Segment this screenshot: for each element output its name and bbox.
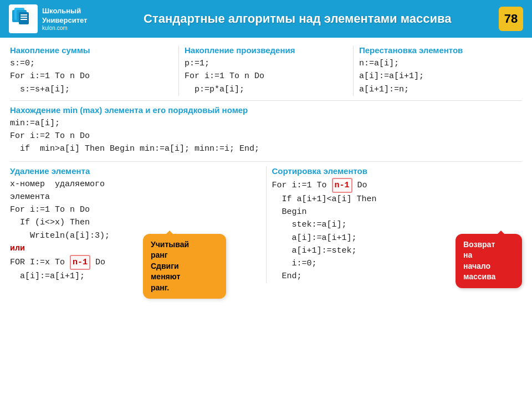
svg-rect-3 [19,12,29,24]
page-number: 78 [499,7,523,31]
sum-code: s:=0; For i:=1 To n Do s:=s+a[i]; [10,57,173,96]
logo-icon [9,4,38,33]
sort-line-2: If a[i+1]<a[i] Then [272,193,523,206]
section-sum: Накопление суммы s:=0; For i:=1 To n Do … [10,45,178,96]
swap-code: n:=a[i]; a[i]:=a[i+1]; a[i+1]:=n; [359,57,522,96]
sum-title: Накопление суммы [10,45,173,55]
sort-line-4: stek:=a[i]; [272,218,523,231]
minmax-title: Нахождение min (max) элемента и его поря… [10,105,522,115]
sum-line-1: s:=0; [10,57,173,70]
sum-line-2: For i:=1 To n Do [10,70,173,83]
delete-line-4: If (i<>x) Then [10,216,260,229]
prod-title: Накопление произведения [185,45,347,55]
n1-box-delete: n-1 [70,255,90,270]
minmax-code: min:=a[i]; For i:=2 To n Do if min>a[i] … [10,117,522,156]
logo-text: Школьный Университет [42,7,87,25]
section-delete: Удаление элемента x-номер удаляемого эле… [10,166,266,283]
minmax-line-2: For i:=2 To n Do [10,130,522,142]
delete-title: Удаление элемента [10,166,260,176]
prod-code: p:=1; For i:=1 To n Do p:=p*a[i]; [185,57,347,96]
sort-line-3: Begin [272,206,523,218]
delete-line-2: элемента [10,191,260,203]
minmax-line-1: min:=a[i]; [10,117,522,130]
sort-title: Сортировка элементов [272,166,523,176]
prod-line-3: p:=p*a[i]; [185,83,347,96]
bottom-sections: Удаление элемента x-номер удаляемого эле… [10,161,522,283]
swap-line-1: n:=a[i]; [359,57,522,70]
header: Школьный Университет kulon.com Стандартн… [0,0,532,38]
minmax-line-3: if min>a[i] Then Begin min:=a[i]; minn:=… [10,142,522,155]
logo-sub: kulon.com [42,25,87,31]
delete-line-1: x-номер удаляемого [10,178,260,191]
swap-line-3: a[i+1]:=n; [359,83,522,96]
delete-line-3: For i:=1 To n Do [10,203,260,216]
n1-box-sort: n-1 [332,178,352,193]
section-prod: Накопление произведения p:=1; For i:=1 T… [178,45,353,96]
header-title: Стандартные алгоритмы над элементами мас… [96,12,499,26]
section-swap: Перестановка элементов n:=a[i]; a[i]:=a[… [353,45,522,96]
sum-line-3: s:=s+a[i]; [10,83,173,96]
prod-line-1: p:=1; [185,57,347,70]
top-sections: Накопление суммы s:=0; For i:=1 To n Do … [10,45,522,96]
section-minmax: Нахождение min (max) элемента и его поря… [10,100,522,156]
content: Накопление суммы s:=0; For i:=1 To n Do … [0,38,532,289]
logo-block: Школьный Университет kulon.com [9,4,87,33]
balloon-red: Возврат на начало массива [456,234,522,288]
sort-line-1: For i:=1 To n-1 Do [272,178,523,193]
swap-title: Перестановка элементов [359,45,522,55]
prod-line-2: For i:=1 To n Do [185,70,347,83]
balloon-orange: Учитывай ранг Сдвиги меняют ранг. [143,234,226,299]
swap-line-2: a[i]:=a[i+1]; [359,70,522,83]
